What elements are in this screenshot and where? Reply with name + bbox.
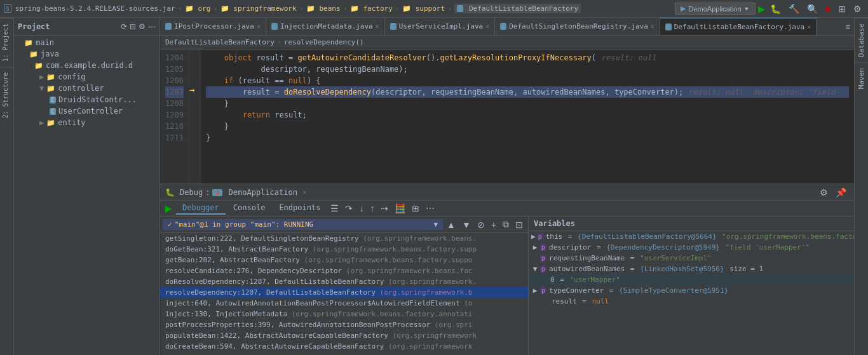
build-button[interactable]: 🔨 <box>786 3 802 15</box>
var-this[interactable]: ▶ p this = {DefaultListableBeanFactory@5… <box>529 231 854 242</box>
class-icon: C <box>50 97 56 104</box>
folder-icon: 📁 <box>46 73 55 81</box>
tab-close[interactable]: × <box>485 23 489 30</box>
debug-close[interactable]: × <box>302 189 306 196</box>
tree-item-main[interactable]: 📁 main <box>14 37 159 48</box>
breadcrumb-sep-2: › <box>213 4 217 13</box>
debug-frames-btn[interactable]: ☰ <box>328 202 341 215</box>
frame-inject640[interactable]: inject:640, AutowiredAnnotationBeanPostP… <box>160 298 528 309</box>
debug-settings[interactable]: ⚙ <box>817 186 831 199</box>
debug-more[interactable]: ⋯ <box>423 202 437 215</box>
side-tab-database[interactable]: Database <box>855 18 868 62</box>
frame-doresolve[interactable]: doResolveDependency:1287, DefaultListabl… <box>160 276 528 287</box>
breadcrumb-sep-1: › <box>178 4 182 13</box>
frame-resolvecandidate[interactable]: resolveCandidate:276, DependencyDescript… <box>160 265 528 276</box>
tab-close[interactable]: × <box>257 23 261 30</box>
var-expand[interactable]: ▼ <box>531 265 539 273</box>
tab-ipostprocessor[interactable]: C IPostProcessor.java × <box>160 18 266 36</box>
sidebar-refresh[interactable]: ⟳ <box>121 22 127 31</box>
tabs-more-button[interactable]: ≡ <box>842 22 854 31</box>
settings-button[interactable]: ⚙ <box>851 3 864 15</box>
debug-step-into[interactable]: ↓ <box>356 202 366 215</box>
tab-close[interactable]: × <box>651 23 654 30</box>
tree-item-config[interactable]: ▶ 📁 config <box>14 71 159 83</box>
running-thread-item[interactable]: ✓ "main"@1 in group "main": RUNNING ▼ <box>163 219 443 230</box>
debug-pin[interactable]: 📌 <box>833 186 849 199</box>
var-0-usermapper[interactable]: 0 = "userMapper" <box>529 274 854 285</box>
expand-icon: ▶ <box>39 118 44 127</box>
left-tab-project[interactable]: 1: Project <box>0 18 13 67</box>
sidebar-collapse[interactable]: ⊟ <box>130 22 136 31</box>
frame-populatebean[interactable]: populateBean:1422, AbstractAutowireCapab… <box>160 330 528 341</box>
file-tree: 📁 main 📁 java 📁 com.example.durid.d ▶ 📁 … <box>14 36 159 355</box>
left-tab-structure[interactable]: 2: Structure <box>0 67 13 123</box>
dropdown-arrow: ▼ <box>744 6 750 12</box>
frame-inject130[interactable]: inject:130, InjectionMetadata (org.sprin… <box>160 309 528 319</box>
tab-close[interactable]: × <box>807 23 811 30</box>
right-content: C IPostProcessor.java × C InjectionMetad… <box>160 18 854 355</box>
breadcrumb-arrow: › <box>277 38 281 46</box>
breadcrumb-sep-4: › <box>343 4 348 13</box>
gutter: → <box>189 50 201 184</box>
frame-resolve-current[interactable]: resolveDependency:1207, DefaultListableB… <box>160 287 528 298</box>
var-expand[interactable]: ▶ <box>531 243 539 251</box>
debug-step-over[interactable]: ↷ <box>342 202 355 215</box>
tree-item-druid[interactable]: C DruidStatContr... <box>14 94 159 105</box>
folder-icon: 📁 <box>46 84 55 93</box>
frame-filter-btn[interactable]: ⊘ <box>475 218 487 231</box>
tab-close[interactable]: × <box>376 23 379 30</box>
variables-list: ▶ p this = {DefaultListableBeanFactory@5… <box>529 231 854 355</box>
debug-evaluate[interactable]: 🧮 <box>392 202 408 215</box>
sidebar-minimize[interactable]: — <box>148 22 156 31</box>
sidebar-toolbar: ⟳ ⊟ ⚙ — <box>121 22 156 31</box>
debug-step-out[interactable]: ↑ <box>367 202 377 215</box>
tree-item-com[interactable]: 📁 com.example.durid.d <box>14 60 159 71</box>
frame-getbean[interactable]: getBean:202, AbstractBeanFactory (org.sp… <box>160 255 528 265</box>
frame-down-btn[interactable]: ▼ <box>459 218 473 231</box>
debug-resume[interactable]: ▶ <box>163 202 175 215</box>
var-typeconverter[interactable]: ▶ p typeConverter = {SimpleTypeConverter… <box>529 285 854 296</box>
sidebar-settings[interactable]: ⚙ <box>139 22 146 31</box>
code-line-1210: } <box>206 121 849 132</box>
frame-postprocess[interactable]: postProcessProperties:399, AutowiredAnno… <box>160 319 528 330</box>
tree-item-java[interactable]: 📁 java <box>14 48 159 60</box>
var-result[interactable]: result = null <box>529 296 854 307</box>
layout-button[interactable]: ⊞ <box>836 3 848 15</box>
search-button[interactable]: 🔍 <box>804 3 820 15</box>
var-expand[interactable]: ▶ <box>531 232 536 241</box>
tab-defaultsingleton[interactable]: C DefaultSingletonBeanRegistry.java × <box>495 18 660 36</box>
tree-item-controller[interactable]: ▼ 📁 controller <box>14 83 159 94</box>
run-button[interactable]: ▶ <box>758 4 765 14</box>
tree-item-usercontroller[interactable]: C UserController <box>14 105 159 117</box>
stop-button[interactable]: ■ <box>823 3 833 15</box>
side-tab-maven[interactable]: Maven <box>855 62 868 94</box>
frame-add-btn[interactable]: + <box>489 218 499 231</box>
expand-icon: ▼ <box>433 220 438 229</box>
var-expand[interactable]: ▶ <box>531 286 539 295</box>
sidebar: Project ⟳ ⊟ ⚙ — 📁 main 📁 java 📁 <box>14 18 160 355</box>
tree-item-entity[interactable]: ▶ 📁 entity <box>14 117 159 128</box>
app-selector[interactable]: ▶ DemoApplication ▼ <box>675 3 755 15</box>
tab-console[interactable]: Console <box>227 202 272 215</box>
debug-button[interactable]: 🐛 <box>768 3 783 15</box>
frame-getsingleton[interactable]: getSingleton:222, DefaultSingletonBeanRe… <box>160 233 528 244</box>
var-descriptor[interactable]: ▶ p descriptor = {DependencyDescriptor@5… <box>529 242 854 253</box>
tab-defaultlistable[interactable]: C DefaultListableBeanFactory.java × <box>660 18 817 36</box>
var-autowired[interactable]: ▼ p autowiredBeanNames = {LinkedHashSet@… <box>529 264 854 274</box>
folder-icon: 📁 <box>29 50 38 58</box>
frame-copy-btn[interactable]: ⧉ <box>500 218 512 231</box>
debug-run-cursor[interactable]: ⇢ <box>378 202 391 215</box>
frame-export-btn[interactable]: ⊡ <box>513 218 526 231</box>
tab-endpoints[interactable]: Endpoints <box>273 202 327 215</box>
expand-icon: ▼ <box>39 84 44 93</box>
tab-injectionmetadata[interactable]: C InjectionMetadata.java × <box>266 18 385 36</box>
frame-dogetbean[interactable]: doGetBean:321, AbstractBeanFactory (org.… <box>160 244 528 255</box>
frame-docreatebean[interactable]: doCreateBean:594, AbstractAutowireCapabl… <box>160 341 528 352</box>
code-content[interactable]: object result = getAutowireCandidateReso… <box>201 50 854 184</box>
tab-debugger[interactable]: Debugger <box>176 202 226 215</box>
frame-up-btn[interactable]: ▲ <box>444 218 458 231</box>
var-requesting[interactable]: p requestingBeanName = "userServiceImpl" <box>529 253 854 264</box>
debug-streams[interactable]: ⊞ <box>409 202 422 215</box>
current-line-arrow: → <box>189 84 194 95</box>
tab-userserviceimpl[interactable]: C UserServiceImpl.java × <box>385 18 496 36</box>
